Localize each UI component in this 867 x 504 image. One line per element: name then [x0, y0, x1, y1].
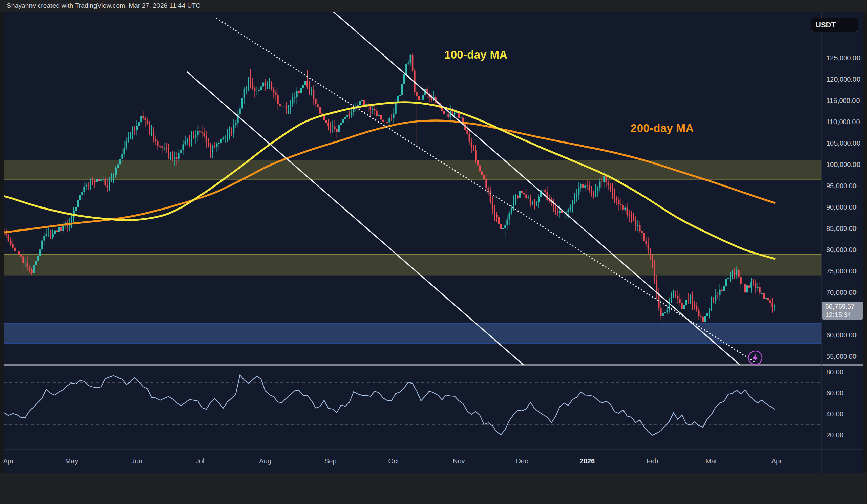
time-tick-label: Jun	[131, 457, 142, 465]
time-tick-label: Nov	[453, 457, 465, 465]
header-bar: Shayannv created with TradingView.com, M…	[0, 0, 867, 12]
price-tick-label: 95,000.00	[826, 182, 856, 189]
price-tick-label: 75,000.00	[826, 267, 856, 275]
price-tick-label: 85,000.00	[826, 225, 856, 232]
last-price-value: 66,769.57	[825, 302, 863, 311]
rsi-tick-label: 80.00	[826, 368, 843, 376]
price-tick-label: 60,000.00	[826, 331, 856, 339]
time-tick-label: Feb	[646, 457, 658, 465]
time-tick-label: Mar	[705, 457, 717, 465]
chart-canvas[interactable]: 125,000.00120,000.00115,000.00110,000.00…	[0, 12, 867, 473]
price-tick-label: 55,000.00	[826, 353, 856, 360]
footer-bar: TradingView	[0, 473, 867, 504]
time-tick-label: Apr	[3, 457, 13, 465]
time-tick-label: Jul	[196, 457, 205, 465]
rsi-tick-label: 40.00	[826, 410, 843, 418]
currency-label: USDT	[815, 21, 836, 30]
currency-toggle-button[interactable]: USDT	[811, 18, 858, 32]
price-tick-label: 90,000.00	[826, 204, 856, 211]
tradingview-screenshot: Shayannv created with TradingView.com, M…	[0, 0, 867, 504]
rsi-tick-label: 60.00	[826, 389, 843, 397]
lightning-icon[interactable]	[747, 350, 763, 366]
price-tick-label: 80,000.00	[826, 246, 856, 253]
price-tick-label: 120,000.00	[826, 76, 860, 83]
price-tick-label: 105,000.00	[826, 140, 860, 147]
time-tick-label: May	[65, 457, 78, 465]
time-tick-label: Aug	[259, 457, 271, 465]
price-tick-label: 70,000.00	[826, 289, 856, 296]
price-tick-label: 100,000.00	[826, 161, 860, 168]
ma100-text-annotation[interactable]: 100-day MA	[445, 48, 507, 61]
price-tick-label: 115,000.00	[826, 97, 860, 104]
time-tick-label: Sep	[324, 457, 336, 465]
price-tick-label: 125,000.00	[826, 54, 860, 62]
time-tick-label: 2026	[580, 457, 595, 465]
time-tick-label: Oct	[388, 457, 399, 465]
attribution-text: Shayannv created with TradingView.com, M…	[7, 2, 201, 10]
countdown-timer: 12:15:34	[825, 311, 863, 319]
time-tick-label: Apr	[771, 457, 782, 465]
support-zone-mid	[4, 254, 822, 275]
time-tick-label: Dec	[516, 457, 528, 465]
price-tick-label: 110,000.00	[826, 118, 860, 125]
rsi-tick-label: 20.00	[826, 431, 843, 439]
last-price-label: 66,769.57 12:15:34	[822, 302, 863, 319]
chart-background	[4, 12, 863, 473]
ma200-text-annotation[interactable]: 200-day MA	[631, 122, 694, 135]
